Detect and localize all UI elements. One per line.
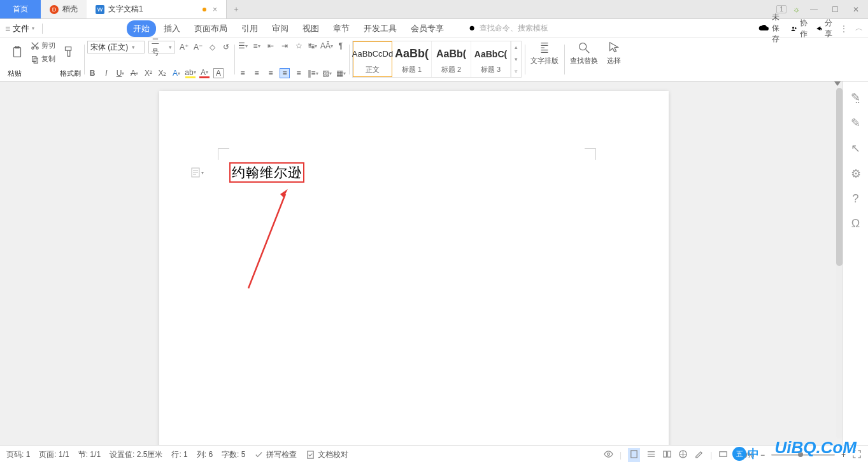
shrink-font-icon[interactable]: A⁻ bbox=[193, 42, 203, 52]
text-layout-button[interactable]: 文字排版 bbox=[528, 41, 561, 66]
tab-char-icon[interactable]: ↹▾ bbox=[308, 41, 318, 51]
tab-close-icon[interactable]: × bbox=[213, 5, 217, 14]
text-effects-icon[interactable]: A▾ bbox=[171, 68, 181, 78]
paragraph-style-icon[interactable]: ▾ bbox=[191, 167, 204, 178]
char-shading-icon[interactable]: A bbox=[213, 68, 224, 78]
clear-format-icon[interactable]: ◇ bbox=[207, 42, 217, 52]
status-page-code[interactable]: 页码: 1 bbox=[6, 449, 30, 460]
tab-add-button[interactable]: ＋ bbox=[227, 0, 246, 18]
copy-button[interactable]: 复制 bbox=[31, 54, 55, 64]
style-heading2[interactable]: AaBb(标题 2 bbox=[432, 41, 471, 77]
redo-icon[interactable] bbox=[81, 23, 83, 34]
save-icon[interactable] bbox=[50, 23, 53, 34]
more-icon[interactable]: ⋮ bbox=[840, 24, 848, 33]
number-list-icon[interactable]: ≡▾ bbox=[252, 41, 262, 51]
ribbon-tab-insert[interactable]: 插入 bbox=[157, 20, 187, 37]
show-marks-icon[interactable]: ¶ bbox=[336, 41, 346, 51]
change-case-icon[interactable]: ↺ bbox=[221, 42, 231, 52]
page-view-icon[interactable] bbox=[628, 448, 640, 462]
print-icon[interactable] bbox=[66, 23, 68, 34]
font-color-icon[interactable]: A▾ bbox=[199, 68, 210, 78]
phonetic-icon[interactable]: AĀ▾ bbox=[322, 41, 332, 51]
subscript-icon[interactable]: X₂ bbox=[157, 68, 167, 78]
ribbon-tab-chapter[interactable]: 章节 bbox=[327, 20, 356, 37]
style-heading3[interactable]: AaBbC(标题 3 bbox=[471, 41, 511, 77]
paste-button[interactable] bbox=[8, 45, 27, 59]
bold-icon[interactable]: B bbox=[87, 68, 97, 78]
zoom-out-icon[interactable]: − bbox=[760, 451, 765, 460]
ime-indicator[interactable]: 五 中 bbox=[732, 446, 759, 461]
select-button[interactable]: 选择 bbox=[604, 41, 623, 66]
font-size-combo[interactable]: 二号▾ bbox=[148, 41, 175, 53]
outline-view-icon[interactable] bbox=[646, 449, 656, 461]
tab-home[interactable]: 首页 bbox=[0, 0, 41, 18]
decrease-indent-icon[interactable]: ⇤ bbox=[266, 41, 276, 51]
unsaved-indicator[interactable]: 未保存 bbox=[758, 12, 783, 45]
cursor-tool-icon[interactable]: ↖ bbox=[851, 141, 860, 155]
document-canvas[interactable]: ▾ 约翰维尔逊 bbox=[0, 81, 843, 445]
find-replace-button[interactable]: 查找替换 bbox=[567, 41, 601, 66]
print-preview-icon[interactable] bbox=[58, 23, 60, 34]
increase-indent-icon[interactable]: ⇥ bbox=[280, 41, 290, 51]
style-gallery-scroll[interactable]: ▴▾▿ bbox=[511, 41, 521, 77]
ribbon-tab-layout[interactable]: 页面布局 bbox=[188, 20, 234, 37]
bullet-list-icon[interactable]: ☰▾ bbox=[238, 41, 248, 51]
status-page[interactable]: 页面: 1/1 bbox=[39, 449, 69, 460]
help-icon[interactable]: ? bbox=[852, 192, 858, 206]
status-section[interactable]: 节: 1/1 bbox=[78, 449, 101, 460]
format-painter-button[interactable] bbox=[59, 45, 78, 59]
command-search[interactable]: 查找命令、搜索模板 bbox=[468, 23, 548, 34]
reading-view-icon[interactable] bbox=[662, 449, 672, 461]
tab-shell[interactable]: D 稻壳 bbox=[41, 0, 87, 18]
ribbon-tab-reference[interactable]: 引用 bbox=[235, 20, 264, 37]
toolbox-icon[interactable]: ✎̤ bbox=[851, 90, 860, 104]
strikethrough-icon[interactable]: A▾ bbox=[129, 68, 139, 78]
align-right-icon[interactable]: ≡ bbox=[266, 68, 276, 78]
status-setting[interactable]: 设置值: 2.5厘米 bbox=[110, 449, 162, 460]
status-row[interactable]: 行: 1 bbox=[171, 449, 187, 460]
collab-button[interactable]: 协作 bbox=[790, 18, 808, 39]
file-menu[interactable]: ≡ 文件 ▾ bbox=[5, 23, 34, 34]
grow-font-icon[interactable]: A⁺ bbox=[179, 42, 189, 52]
expand-gallery-icon[interactable]: ▿ bbox=[511, 65, 521, 77]
tab-document[interactable]: W 文字文稿1 × bbox=[87, 0, 227, 18]
status-proof[interactable]: 文档校对 bbox=[306, 449, 348, 460]
align-left-icon[interactable]: ≡ bbox=[238, 68, 248, 78]
draft-view-icon[interactable] bbox=[694, 449, 704, 461]
sort-icon[interactable]: ☆ bbox=[294, 41, 304, 51]
shading-icon[interactable]: ▨▾ bbox=[322, 68, 332, 78]
ribbon-tab-member[interactable]: 会员专享 bbox=[404, 20, 450, 37]
page[interactable]: ▾ 约翰维尔逊 bbox=[159, 91, 669, 445]
ribbon-tab-review[interactable]: 审阅 bbox=[266, 20, 295, 37]
highlight-icon[interactable]: ab▾ bbox=[185, 68, 196, 78]
align-center-icon[interactable]: ≡ bbox=[252, 68, 262, 78]
fit-width-icon[interactable] bbox=[718, 449, 728, 461]
font-name-combo[interactable]: 宋体 (正文)▾ bbox=[87, 41, 145, 53]
pen-icon[interactable]: ✎ bbox=[851, 116, 860, 130]
document-selected-text[interactable]: 约翰维尔逊 bbox=[229, 162, 304, 183]
align-distribute-icon[interactable]: ≡ bbox=[294, 68, 304, 78]
ribbon-tab-view[interactable]: 视图 bbox=[296, 20, 325, 37]
ribbon-tab-start[interactable]: 开始 bbox=[127, 20, 156, 37]
underline-icon[interactable]: U▾ bbox=[115, 68, 125, 78]
cut-button[interactable]: 剪切 bbox=[31, 41, 55, 50]
align-justify-icon[interactable]: ≡ bbox=[280, 68, 290, 78]
omega-icon[interactable]: Ω bbox=[851, 217, 860, 230]
superscript-icon[interactable]: X² bbox=[143, 68, 153, 78]
web-view-icon[interactable] bbox=[678, 449, 688, 461]
italic-icon[interactable]: I bbox=[101, 68, 111, 78]
scroll-up-icon[interactable]: ▴ bbox=[511, 41, 521, 53]
collapse-ribbon-icon[interactable]: ︿ bbox=[855, 23, 863, 34]
share-button[interactable]: 分享 bbox=[815, 18, 832, 39]
scroll-down-icon[interactable]: ▾ bbox=[511, 53, 521, 66]
style-heading1[interactable]: AaBb(标题 1 bbox=[392, 41, 432, 77]
border-icon[interactable]: ▦▾ bbox=[336, 68, 346, 78]
line-spacing-icon[interactable]: ‖≡▾ bbox=[308, 68, 318, 78]
settings-slider-icon[interactable]: ⚙ bbox=[851, 167, 861, 181]
status-col[interactable]: 列: 6 bbox=[197, 449, 213, 460]
ribbon-tab-devtools[interactable]: 开发工具 bbox=[357, 20, 403, 37]
eye-icon[interactable] bbox=[604, 449, 613, 461]
status-spell[interactable]: 拼写检查 bbox=[254, 449, 297, 460]
undo-icon[interactable] bbox=[73, 23, 76, 34]
style-normal[interactable]: AaBbCcDd正文 bbox=[353, 41, 392, 77]
